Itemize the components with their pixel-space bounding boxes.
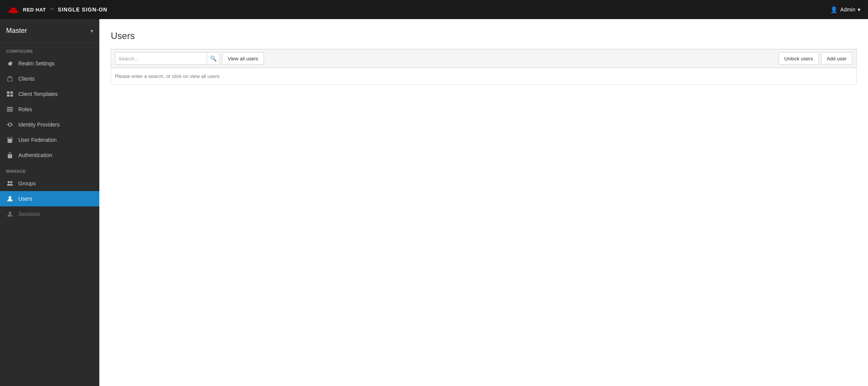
top-navbar: RED HAT ™ SINGLE SIGN-ON 👤 Admin ▾: [0, 0, 868, 19]
sidebar-item-realm-settings[interactable]: Realm Settings: [0, 56, 99, 71]
svg-point-12: [8, 181, 10, 183]
svg-point-15: [9, 211, 11, 214]
user-label: Admin: [840, 6, 855, 13]
redhat-logo-icon: [8, 5, 19, 14]
brand-text: RED HAT: [23, 7, 46, 13]
search-input[interactable]: [115, 52, 207, 65]
sidebar-item-sessions[interactable]: Sessions: [0, 206, 99, 222]
realm-selector[interactable]: Master ▾: [0, 19, 99, 43]
add-user-button[interactable]: Add user: [821, 52, 852, 65]
svg-rect-1: [7, 91, 10, 94]
page-title: Users: [111, 31, 857, 41]
sidebar-item-authentication[interactable]: Authentication: [0, 148, 99, 163]
svg-rect-5: [7, 107, 13, 108]
users-label: Users: [18, 196, 32, 202]
user-dropdown-arrow: ▾: [858, 6, 860, 13]
clients-label: Clients: [18, 76, 35, 82]
identity-providers-icon: [6, 121, 14, 128]
sessions-icon: [6, 210, 14, 218]
main-content: Users 🔍 View all users Unlock users Add …: [99, 19, 868, 386]
sidebar: Master ▾ Configure Realm Settings Client…: [0, 19, 99, 386]
groups-icon: [6, 180, 14, 187]
user-menu[interactable]: 👤 Admin ▾: [830, 6, 860, 13]
authentication-label: Authentication: [18, 152, 52, 158]
search-icon: 🔍: [210, 55, 217, 62]
svg-rect-2: [10, 91, 13, 94]
manage-section-label: Manage: [0, 163, 99, 176]
superscript-tm: ™: [50, 7, 54, 12]
search-button[interactable]: 🔍: [207, 52, 220, 65]
user-federation-icon: [6, 136, 14, 144]
brand-area: RED HAT ™ SINGLE SIGN-ON: [8, 5, 107, 14]
roles-label: Roles: [18, 106, 32, 112]
groups-label: Groups: [18, 180, 36, 187]
realm-chevron-icon: ▾: [91, 28, 93, 34]
sidebar-item-roles[interactable]: Roles: [0, 102, 99, 117]
users-table-area: Please enter a search, or click on view …: [111, 68, 857, 85]
sidebar-item-groups[interactable]: Groups: [0, 176, 99, 191]
client-templates-icon: [6, 90, 14, 98]
sidebar-item-clients[interactable]: Clients: [0, 71, 99, 86]
svg-point-13: [10, 181, 13, 183]
client-templates-label: Client Templates: [18, 91, 58, 97]
svg-point-14: [9, 196, 11, 199]
app-layout: Master ▾ Configure Realm Settings Client…: [0, 19, 868, 386]
sessions-label: Sessions: [18, 211, 40, 217]
sidebar-item-identity-providers[interactable]: Identity Providers: [0, 117, 99, 132]
gear-icon: [6, 60, 14, 67]
users-toolbar: 🔍 View all users Unlock users Add user: [111, 49, 857, 68]
sidebar-item-users[interactable]: Users: [0, 191, 99, 206]
app-title: SINGLE SIGN-ON: [58, 6, 107, 13]
user-icon: 👤: [830, 6, 838, 13]
empty-message: Please enter a search, or click on view …: [111, 68, 856, 84]
svg-rect-7: [7, 110, 13, 111]
sidebar-item-user-federation[interactable]: User Federation: [0, 132, 99, 148]
unlock-users-button[interactable]: Unlock users: [779, 52, 819, 65]
sidebar-item-client-templates[interactable]: Client Templates: [0, 86, 99, 102]
user-federation-label: User Federation: [18, 137, 57, 143]
svg-rect-3: [7, 94, 10, 97]
clients-icon: [6, 75, 14, 83]
roles-icon: [6, 105, 14, 113]
svg-rect-4: [10, 94, 13, 97]
toolbar-left: 🔍 View all users: [115, 52, 264, 65]
svg-rect-6: [7, 109, 13, 110]
view-all-users-button[interactable]: View all users: [222, 52, 264, 65]
authentication-icon: [6, 151, 14, 159]
realm-name: Master: [6, 27, 27, 35]
identity-providers-label: Identity Providers: [18, 122, 60, 128]
svg-point-0: [8, 10, 18, 13]
toolbar-right: Unlock users Add user: [779, 52, 852, 65]
configure-section-label: Configure: [0, 43, 99, 56]
realm-settings-label: Realm Settings: [18, 60, 55, 66]
users-active-icon: [6, 195, 14, 203]
